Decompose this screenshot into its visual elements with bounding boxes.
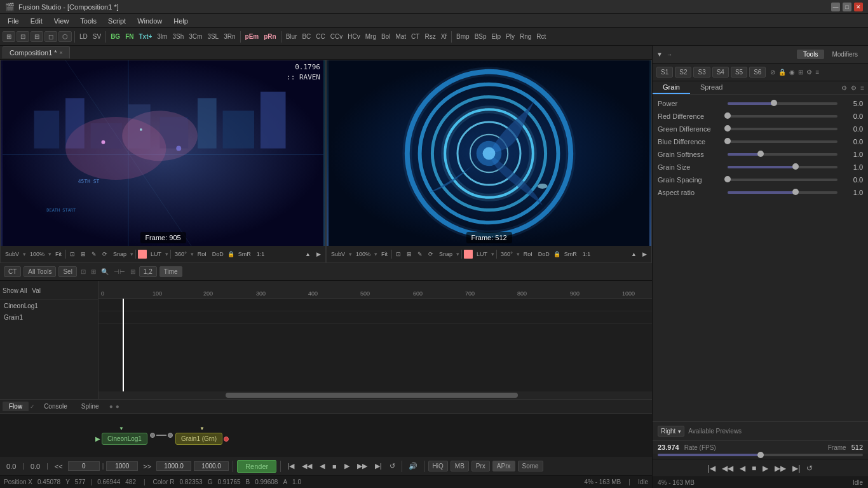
viewer-left-tool1[interactable]: ⊡	[68, 250, 77, 258]
rp-tab-modifiers[interactable]: Modifiers	[825, 50, 864, 59]
toolbar-pem[interactable]: pEm	[243, 32, 261, 41]
minimize-button[interactable]: —	[831, 3, 840, 11]
menu-window[interactable]: Window	[132, 16, 167, 26]
transport-play[interactable]: ▶	[342, 461, 352, 471]
timeline-scrollbar-thumb[interactable]	[226, 393, 518, 398]
timeline-sel-button[interactable]: Sel	[58, 266, 76, 277]
transport-to-start[interactable]: |◀	[285, 461, 297, 471]
rp-s2-button[interactable]: S2	[675, 67, 691, 78]
rp-tab-tools[interactable]: Tools	[797, 50, 824, 59]
viewer-left-subv[interactable]: SubV	[3, 250, 21, 258]
viewer-right-tool2[interactable]: ⊞	[405, 250, 414, 258]
timeline-scrollbar[interactable]	[98, 391, 652, 399]
toolbar-3rn[interactable]: 3Rn	[222, 32, 237, 41]
timeline-ct-button[interactable]: CT	[4, 266, 21, 277]
flow-icon-1[interactable]: ●	[109, 403, 113, 410]
viewer-left-tool3[interactable]: ✎	[90, 250, 98, 258]
viewer-left-roi[interactable]: RoI	[196, 250, 208, 258]
rp-extra-icon[interactable]: ≡	[815, 69, 819, 76]
viewer-left-zoom[interactable]: 100%	[28, 250, 46, 258]
toolbar-ct[interactable]: CT	[409, 32, 421, 41]
toolbar-3sh[interactable]: 3Sh	[170, 32, 186, 41]
toolbar-mat[interactable]: Mat	[393, 32, 408, 41]
menu-edit[interactable]: Edit	[25, 16, 48, 26]
cineon-node[interactable]: CineonLog1	[102, 433, 147, 445]
rp-step-back2[interactable]: ◀◀	[720, 463, 735, 474]
timeline-layout-button[interactable]: 1,2	[139, 266, 157, 277]
menu-view[interactable]: View	[49, 16, 74, 26]
tool-tab-spread[interactable]: Spread	[690, 81, 733, 94]
rp-expand-icon[interactable]: ▼	[656, 51, 663, 58]
viewer-left-canvas[interactable]: 45TH ST DEATH START 0.1796 :: RAVEN	[1, 60, 325, 246]
rp-s3-button[interactable]: S3	[693, 67, 710, 78]
toolbar-bg[interactable]: BG	[109, 32, 122, 41]
toolbar-rct[interactable]: Rct	[534, 32, 548, 41]
viewer-right-lut[interactable]: LUT	[475, 250, 489, 258]
viewer-left-next[interactable]: ▶	[315, 250, 323, 258]
flow-icon-2[interactable]: ●	[116, 403, 119, 410]
rp-loop[interactable]: ↺	[804, 463, 815, 474]
rp-lock-icon[interactable]: 🔒	[778, 69, 786, 76]
viewer-right-canvas[interactable]	[327, 60, 651, 246]
viewer-right-degree[interactable]: 360°	[499, 250, 515, 258]
transport-end2[interactable]	[194, 461, 229, 471]
transport-step-back[interactable]: ◀	[317, 461, 327, 471]
rp-arrow-icon[interactable]: →	[667, 51, 672, 58]
rp-s5-button[interactable]: S5	[731, 67, 747, 78]
toolbar-ccv[interactable]: CCv	[329, 32, 344, 41]
val-button[interactable]: Val	[32, 287, 41, 294]
viewer-left-lut[interactable]: LUT	[149, 250, 163, 258]
viewer-left-tool2[interactable]: ⊞	[79, 250, 88, 258]
viewer-left-tool4[interactable]: ⟳	[100, 250, 109, 258]
rp-step-back[interactable]: ◀	[738, 463, 747, 474]
tool-tab-config[interactable]: ⚙	[851, 85, 857, 92]
toolbar-btn-grid4[interactable]: ◻	[44, 31, 57, 42]
param-grain-softness-slider[interactable]	[728, 152, 837, 156]
menu-script[interactable]: Script	[103, 16, 131, 26]
transport-loop[interactable]: ↺	[387, 461, 398, 471]
timeline-alltools-button[interactable]: All Tools	[24, 266, 56, 277]
viewer-right-zoom[interactable]: 100%	[354, 250, 372, 258]
tool-tab-settings[interactable]: ⚙	[841, 85, 847, 92]
transport-hiq[interactable]: HiQ	[428, 461, 448, 471]
rp-eye-icon[interactable]: ◉	[789, 69, 795, 76]
param-red-diff-slider[interactable]	[728, 114, 837, 118]
viewer-left-fit[interactable]: Fit	[53, 250, 64, 258]
transport-to-end[interactable]: ▶|	[372, 461, 384, 471]
playhead[interactable]	[123, 299, 124, 391]
transport-end[interactable]	[156, 461, 191, 471]
toolbar-cc[interactable]: CC	[314, 32, 327, 41]
rp-grid-icon[interactable]: ⊞	[798, 69, 803, 76]
toolbar-sv[interactable]: SV	[91, 32, 103, 41]
viewer-right-dod[interactable]: DoD	[536, 250, 552, 258]
rp-to-end[interactable]: ▶|	[790, 463, 802, 474]
menu-tools[interactable]: Tools	[75, 16, 102, 26]
transport-step-fwd[interactable]: ▶▶	[355, 461, 370, 471]
toolbar-3sl[interactable]: 3SL	[205, 32, 220, 41]
transport-mb[interactable]: MB	[451, 461, 469, 471]
close-button[interactable]: ✕	[854, 3, 863, 11]
transport-stop[interactable]: ■	[330, 461, 339, 471]
toolbar-3cm[interactable]: 3Cm	[187, 32, 204, 41]
transport-audio[interactable]: 🔊	[406, 461, 420, 471]
toolbar-prn[interactable]: pRn	[262, 32, 278, 41]
viewer-right-next[interactable]: ▶	[641, 250, 649, 258]
toolbar-bol[interactable]: Bol	[379, 32, 392, 41]
param-aspect-ratio-slider[interactable]	[728, 191, 837, 194]
rp-timeline-thumb[interactable]	[757, 452, 764, 458]
rp-settings-icon[interactable]: ⊘	[770, 69, 775, 76]
toolbar-3lm[interactable]: 3lm	[155, 32, 169, 41]
viewer-right-fit[interactable]: Fit	[379, 250, 390, 258]
menu-file[interactable]: File	[3, 16, 24, 26]
viewer-right-tool4[interactable]: ⟳	[426, 250, 435, 258]
viewer-right-expand[interactable]: ▲	[629, 250, 639, 258]
param-green-diff-slider[interactable]	[728, 127, 837, 131]
transport-frame-out[interactable]	[106, 461, 138, 471]
viewer-right-color[interactable]	[464, 250, 473, 259]
transport-forward-btn[interactable]: >>	[140, 461, 154, 471]
toolbar-btn-grid1[interactable]: ⊞	[3, 31, 15, 42]
toolbar-bmp[interactable]: Bmp	[454, 32, 471, 41]
rp-config-icon[interactable]: ⚙	[806, 69, 812, 76]
composition-tab[interactable]: Composition1 * ×	[3, 46, 70, 58]
show-all-button[interactable]: Show All	[3, 287, 27, 294]
